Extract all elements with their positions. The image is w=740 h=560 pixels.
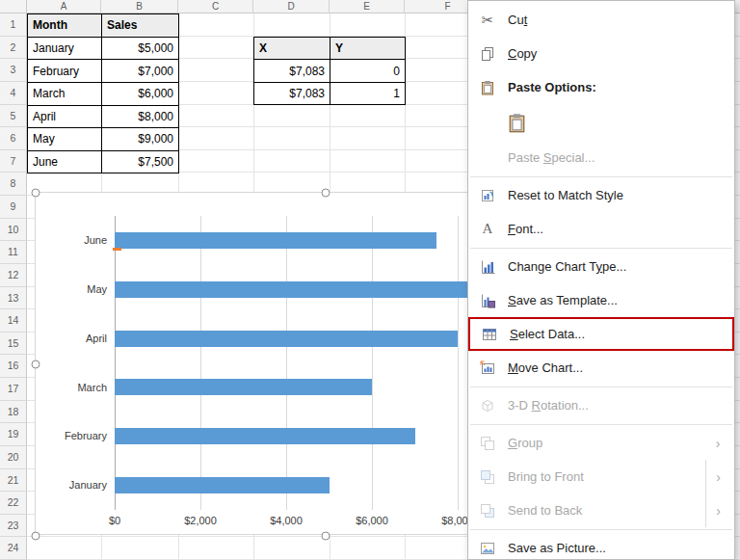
row-header-7[interactable]: 7 — [0, 150, 27, 173]
cell-D2[interactable]: X — [254, 38, 330, 61]
chart-gridline — [286, 216, 287, 510]
cell-D4[interactable]: $7,083 — [254, 83, 330, 106]
chart-axis-line — [115, 216, 116, 510]
row-header-11[interactable]: 11 — [0, 241, 27, 264]
menu-label: Reset to Match Style — [508, 188, 623, 202]
menu-item-font[interactable]: A Font... — [468, 212, 734, 246]
row-header-21[interactable]: 21 — [0, 469, 27, 493]
cell-A6[interactable]: May — [28, 128, 102, 151]
row-header-1[interactable]: 1 — [0, 13, 27, 37]
category-label: June — [36, 216, 107, 265]
row-header-23[interactable]: 23 — [0, 515, 27, 538]
row-header-6[interactable]: 6 — [0, 127, 27, 150]
bar-june[interactable] — [115, 232, 436, 249]
paste-options-row — [468, 104, 734, 141]
xy-helper-table: X Y $7,083 0 $7,083 1 — [253, 37, 406, 106]
row-header-15[interactable]: 15 — [0, 333, 27, 356]
font-icon: A — [477, 220, 498, 239]
column-header-E[interactable]: E — [330, 0, 405, 13]
cell-A4[interactable]: March — [28, 83, 102, 106]
menu-label: Select Data... — [510, 327, 585, 341]
row-header-24[interactable]: 24 — [0, 537, 27, 560]
cell-B4[interactable]: $6,000 — [102, 83, 179, 106]
resize-handle-top-center[interactable] — [322, 189, 330, 198]
menu-item-save-as-picture[interactable]: Save as Picture... — [468, 531, 734, 560]
paste-option-button[interactable] — [503, 109, 530, 136]
bar-february[interactable] — [115, 428, 415, 444]
row-header-4[interactable]: 4 — [0, 82, 27, 105]
row-header-12[interactable]: 12 — [0, 264, 27, 287]
cell-B3[interactable]: $7,000 — [102, 60, 179, 83]
bar-january[interactable] — [115, 477, 330, 493]
row-header-3[interactable]: 3 — [0, 59, 27, 82]
cell-B1[interactable]: Sales — [102, 14, 179, 38]
menu-item-change-chart-type[interactable]: Change Chart Type... — [468, 250, 734, 283]
column-header-D[interactable]: D — [253, 0, 330, 13]
resize-handle-bottom-left[interactable] — [32, 532, 40, 541]
bar-may[interactable] — [115, 281, 501, 298]
menu-item-save-as-template[interactable]: Save as Template... — [468, 283, 734, 317]
row-header-5[interactable]: 5 — [0, 105, 27, 128]
bring-to-front-icon — [477, 467, 498, 487]
cell-E2[interactable]: Y — [330, 38, 406, 61]
paste-options-icon — [477, 78, 498, 97]
category-label: May — [36, 265, 107, 314]
cell-E4[interactable]: 1 — [330, 83, 406, 106]
column-header-C[interactable]: C — [178, 0, 253, 13]
menu-item-reset-to-match-style[interactable]: Reset to Match Style — [468, 178, 734, 212]
menu-separator — [470, 387, 732, 387]
row-header-18[interactable]: 18 — [0, 401, 27, 424]
menu-item-cut[interactable]: ✂ Cut — [468, 3, 734, 37]
row-header-20[interactable]: 20 — [0, 446, 27, 469]
resize-handle-bottom-center[interactable] — [322, 532, 330, 541]
menu-label: Cut — [508, 13, 527, 27]
cell-A7[interactable]: June — [28, 151, 102, 174]
cell-A1[interactable]: Month — [28, 14, 102, 38]
x-tick-label: $6,000 — [356, 515, 388, 526]
category-label: February — [36, 412, 107, 461]
row-header-14[interactable]: 14 — [0, 309, 27, 333]
context-menu: ✂ Cut Copy Paste Options: Paste Special.… — [467, 0, 735, 560]
paste-special-icon — [477, 148, 498, 168]
row-header-16[interactable]: 16 — [0, 355, 27, 378]
row-header-2[interactable]: 2 — [0, 37, 27, 60]
cell-B5[interactable]: $8,000 — [102, 106, 179, 129]
reset-to-match-style-icon — [477, 186, 498, 205]
bar-april[interactable] — [115, 331, 458, 347]
menu-item-copy[interactable]: Copy — [468, 37, 734, 70]
row-header-22[interactable]: 22 — [0, 492, 27, 515]
menu-label: Paste Options: — [508, 80, 596, 94]
cell-B2[interactable]: $5,000 — [102, 38, 179, 61]
menu-item-move-chart[interactable]: Move Chart... — [468, 351, 734, 385]
menu-item-paste-options[interactable]: Paste Options: — [468, 70, 734, 104]
menu-separator — [470, 529, 732, 530]
row-header-10[interactable]: 10 — [0, 219, 27, 242]
cell-A3[interactable]: February — [28, 60, 102, 83]
category-label: March — [36, 363, 107, 413]
cell-A2[interactable]: January — [28, 38, 102, 61]
scatter-marker — [113, 248, 121, 251]
x-tick-label: $2,000 — [184, 515, 217, 526]
row-header-13[interactable]: 13 — [0, 287, 27, 310]
menu-separator — [470, 176, 732, 177]
row-header-17[interactable]: 17 — [0, 378, 27, 401]
row-header-19[interactable]: 19 — [0, 423, 27, 446]
cell-D3[interactable]: $7,083 — [254, 60, 330, 83]
row-header-8[interactable]: 8 — [0, 173, 27, 196]
x-tick-label: $0 — [109, 515, 120, 526]
category-label: January — [36, 461, 107, 510]
cell-B6[interactable]: $9,000 — [102, 128, 179, 151]
cell-A5[interactable]: April — [28, 106, 102, 129]
column-header-B[interactable]: B — [101, 0, 178, 13]
menu-item-select-data[interactable]: Select Data... — [468, 317, 734, 351]
row-header-9[interactable]: 9 — [0, 196, 27, 219]
bar-march[interactable] — [115, 379, 372, 395]
menu-label: 3-D Rotation... — [508, 398, 589, 413]
cell-B7[interactable]: $7,500 — [102, 151, 179, 174]
resize-handle-top-left[interactable] — [32, 189, 40, 198]
resize-handle-middle-left[interactable] — [32, 360, 40, 369]
cell-E3[interactable]: 0 — [330, 60, 406, 83]
column-header-A[interactable]: A — [27, 0, 101, 13]
menu-item-bring-to-front: Bring to Front › — [468, 460, 734, 493]
select-all-corner[interactable] — [0, 0, 27, 13]
